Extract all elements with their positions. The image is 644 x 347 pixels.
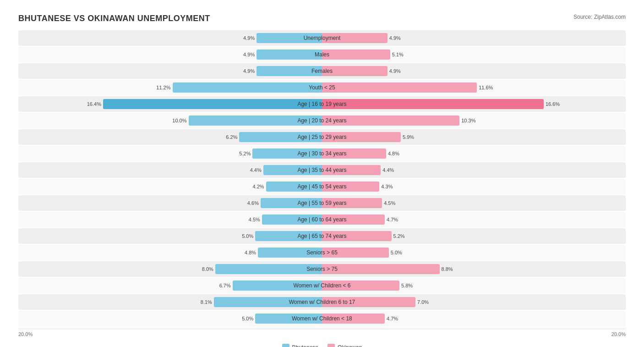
table-row: Age | 55 to 59 years4.6%4.5% (18, 195, 626, 211)
table-row: Women w/ Children < 185.0%4.7% (18, 311, 626, 326)
right-value: 4.3% (381, 184, 393, 189)
left-value: 16.4% (87, 101, 101, 107)
right-value: 5.0% (391, 250, 402, 255)
right-value: 16.6% (546, 101, 560, 107)
left-value: 4.6% (247, 200, 259, 206)
row-label: Age | 25 to 29 years (297, 134, 346, 140)
row-label: Women w/ Children 6 to 17 (289, 299, 355, 305)
right-value: 5.2% (393, 233, 405, 239)
row-label: Age | 55 to 59 years (297, 200, 346, 206)
left-value: 11.2% (156, 85, 170, 90)
row-label: Age | 16 to 19 years (297, 101, 346, 107)
row-label: Women w/ Children < 6 (294, 282, 351, 289)
legend-blue-label: Bhutanese (292, 344, 318, 347)
table-row: Age | 35 to 44 years4.4%4.4% (18, 162, 626, 178)
right-value: 5.9% (403, 134, 414, 140)
right-value: 8.8% (442, 266, 453, 272)
right-value: 4.4% (382, 167, 394, 173)
table-row: Females4.9%4.9% (18, 63, 626, 79)
row-label: Unemployment (304, 35, 341, 41)
right-value: 5.8% (401, 283, 413, 288)
table-row: Unemployment4.9%4.9% (18, 30, 626, 46)
right-value: 4.5% (384, 200, 395, 206)
left-value: 4.5% (249, 217, 260, 222)
legend-pink: Okinawan (327, 344, 362, 347)
right-value: 4.7% (387, 316, 398, 321)
blue-bar (215, 264, 322, 274)
row-label: Males (315, 51, 329, 58)
axis-left: 20.0% (18, 331, 33, 337)
blue-bar (257, 50, 322, 60)
left-value: 5.0% (242, 316, 253, 321)
right-value: 4.9% (389, 68, 401, 74)
left-value: 4.9% (243, 68, 255, 74)
left-value: 4.9% (243, 52, 255, 57)
left-value: 4.2% (253, 184, 264, 189)
left-value: 4.8% (245, 250, 256, 255)
table-row: Age | 45 to 54 years4.2%4.3% (18, 179, 626, 194)
row-label: Age | 60 to 64 years (297, 216, 346, 223)
axis-row: 20.0% 20.0% (18, 329, 626, 339)
pink-bar (322, 50, 390, 60)
row-label: Age | 35 to 44 years (297, 167, 346, 173)
right-value: 4.9% (389, 35, 401, 41)
row-label: Age | 30 to 34 years (297, 150, 346, 157)
row-label: Youth < 25 (309, 84, 335, 91)
table-row: Age | 65 to 74 years5.0%5.2% (18, 228, 626, 244)
pink-bar (322, 264, 440, 274)
pink-bar (322, 83, 477, 93)
table-row: Youth < 2511.2%11.6% (18, 80, 626, 95)
row-label: Age | 65 to 74 years (297, 233, 346, 239)
left-value: 5.2% (239, 151, 251, 156)
row-label: Age | 45 to 54 years (297, 183, 346, 190)
axis-right: 20.0% (611, 331, 626, 337)
right-value: 4.7% (387, 217, 398, 222)
left-value: 4.4% (250, 167, 262, 173)
chart-container: BHUTANESE VS OKINAWAN UNEMPLOYMENT Sourc… (9, 9, 635, 347)
chart-header: BHUTANESE VS OKINAWAN UNEMPLOYMENT Sourc… (18, 14, 626, 23)
table-row: Age | 60 to 64 years4.5%4.7% (18, 212, 626, 227)
blue-bar (103, 99, 322, 109)
right-value: 11.6% (479, 85, 493, 90)
right-value: 7.0% (417, 299, 429, 305)
table-row: Age | 25 to 29 years6.2%5.9% (18, 129, 626, 145)
chart-body: Unemployment4.9%4.9%Males4.9%5.1%Females… (18, 30, 626, 326)
chart-title: BHUTANESE VS OKINAWAN UNEMPLOYMENT (18, 14, 210, 23)
legend-pink-label: Okinawan (338, 344, 362, 347)
row-label: Females (311, 68, 333, 74)
right-value: 10.3% (461, 118, 475, 123)
legend-blue: Bhutanese (282, 344, 318, 347)
left-value: 8.1% (201, 299, 212, 305)
legend: Bhutanese Okinawan (18, 344, 626, 347)
left-value: 10.0% (172, 118, 186, 123)
table-row: Seniors > 758.0%8.8% (18, 261, 626, 277)
legend-pink-box (327, 344, 335, 347)
row-label: Seniors > 65 (306, 249, 338, 256)
table-row: Age | 16 to 19 years16.4%16.6% (18, 96, 626, 112)
left-value: 6.7% (219, 283, 231, 288)
table-row: Age | 20 to 24 years10.0%10.3% (18, 113, 626, 128)
table-row: Age | 30 to 34 years5.2%4.8% (18, 146, 626, 161)
right-value: 5.1% (392, 52, 404, 57)
table-row: Women w/ Children < 66.7%5.8% (18, 278, 626, 293)
legend-blue-box (282, 344, 289, 347)
right-value: 4.8% (388, 151, 399, 156)
pink-bar (322, 99, 544, 109)
row-label: Women w/ Children < 18 (292, 315, 352, 322)
left-value: 8.0% (202, 266, 213, 272)
table-row: Males4.9%5.1% (18, 47, 626, 62)
row-label: Seniors > 75 (306, 266, 338, 272)
left-value: 6.2% (226, 134, 237, 140)
table-row: Seniors > 654.8%5.0% (18, 245, 626, 260)
row-label: Age | 20 to 24 years (297, 117, 346, 124)
left-value: 4.9% (243, 35, 255, 41)
left-value: 5.0% (242, 233, 253, 239)
chart-source: Source: ZipAtlas.com (573, 14, 626, 20)
blue-bar (173, 83, 322, 93)
table-row: Women w/ Children 6 to 178.1%7.0% (18, 294, 626, 310)
